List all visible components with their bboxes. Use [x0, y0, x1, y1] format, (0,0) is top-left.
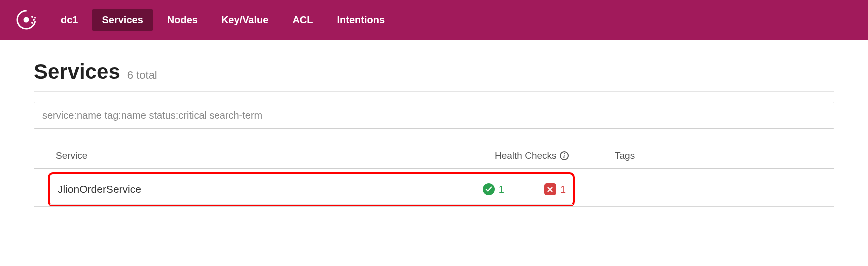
page-count: 6 total	[127, 69, 157, 82]
nav-nodes[interactable]: Nodes	[157, 9, 208, 31]
header-health-label: Health Checks	[495, 150, 557, 161]
header-health[interactable]: Health Checks i	[495, 150, 605, 161]
svg-point-1	[24, 17, 29, 23]
header-service[interactable]: Service	[56, 150, 495, 161]
nav-key-value[interactable]: Key/Value	[212, 9, 279, 31]
main-content: Services 6 total Service Health Checks i…	[0, 40, 868, 207]
svg-point-3	[33, 19, 35, 21]
search-input[interactable]	[34, 102, 834, 129]
check-icon	[483, 183, 495, 195]
svg-point-5	[34, 17, 36, 18]
health-indicators: 1 1	[483, 183, 573, 195]
info-icon[interactable]: i	[560, 151, 569, 160]
row-divider	[34, 206, 834, 207]
nav-datacenter[interactable]: dc1	[51, 9, 88, 31]
consul-logo-icon[interactable]	[16, 9, 37, 30]
health-passing: 1	[483, 183, 504, 195]
health-failing: 1	[544, 183, 566, 195]
x-icon	[544, 183, 556, 195]
nav-acl[interactable]: ACL	[282, 9, 323, 31]
failing-count: 1	[560, 184, 566, 195]
page-header: Services 6 total	[34, 60, 834, 92]
passing-count: 1	[499, 184, 504, 195]
table-header: Service Health Checks i Tags	[34, 143, 834, 169]
service-name: JlionOrderService	[58, 183, 483, 195]
header-tags[interactable]: Tags	[605, 150, 834, 161]
nav-services[interactable]: Services	[92, 9, 153, 31]
nav-intentions[interactable]: Intentions	[327, 9, 395, 31]
table-row[interactable]: JlionOrderService 1 1	[50, 174, 573, 205]
svg-point-2	[31, 16, 33, 18]
svg-point-6	[34, 21, 36, 22]
svg-point-4	[31, 22, 33, 24]
top-nav: dc1 Services Nodes Key/Value ACL Intenti…	[0, 0, 868, 40]
highlight-box: JlionOrderService 1 1	[48, 172, 575, 207]
services-table: Service Health Checks i Tags JlionOrderS…	[34, 143, 834, 207]
page-title: Services	[34, 60, 120, 84]
